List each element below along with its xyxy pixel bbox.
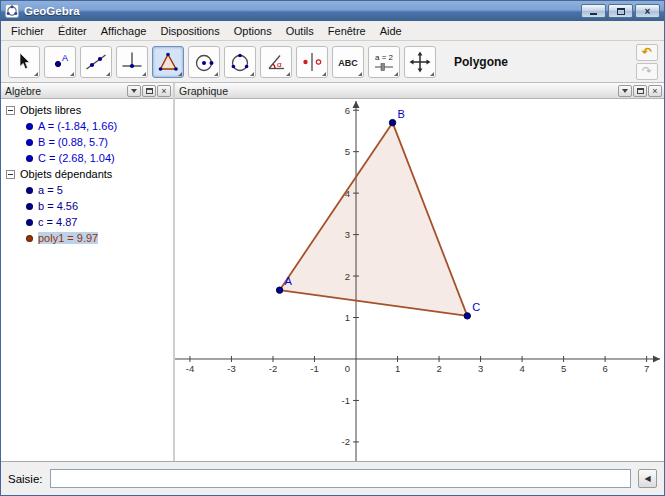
slider-tool-icon: a = 2: [371, 50, 397, 74]
collapse-toggle-icon[interactable]: [6, 106, 15, 115]
reflect-about-line-icon: [300, 50, 324, 74]
svg-text:-2: -2: [342, 436, 350, 447]
object-bullet-icon: [26, 155, 33, 162]
object-text: A = (-1.84, 1.66): [38, 120, 117, 132]
tree-item-segment-c[interactable]: c = 4.87: [1, 214, 173, 230]
tree-item-point-b[interactable]: B = (0.88, 5.7): [1, 134, 173, 150]
command-input[interactable]: [50, 469, 631, 488]
close-icon: ×: [161, 86, 166, 96]
menu-affichage[interactable]: Affichage: [94, 23, 154, 39]
chevron-down-icon: [131, 89, 137, 93]
tool-button-move[interactable]: [8, 46, 40, 78]
svg-text:5: 5: [561, 363, 566, 374]
tool-button-point[interactable]: A: [44, 46, 76, 78]
maximize-button[interactable]: [608, 4, 633, 18]
menu-dispositions[interactable]: Dispositions: [153, 23, 226, 39]
object-bullet-icon: [26, 219, 33, 226]
menu-editer[interactable]: Éditer: [51, 23, 94, 39]
object-text: B = (0.88, 5.7): [38, 136, 108, 148]
tool-button-angle[interactable]: α: [260, 46, 292, 78]
algebra-panel-title: Algèbre: [5, 85, 126, 97]
svg-text:6: 6: [345, 105, 350, 116]
text-tool-icon: ABC: [335, 50, 361, 74]
close-button[interactable]: ×: [635, 4, 660, 18]
graphics-panel-menu-button[interactable]: [618, 85, 632, 97]
graphics-view[interactable]: -4-3-2-11234567-2-11234560ABC: [175, 99, 664, 461]
tool-button-perpendicular[interactable]: [116, 46, 148, 78]
svg-text:5: 5: [345, 146, 350, 157]
object-text: a = 5: [38, 184, 63, 196]
input-help-icon: ◀: [644, 474, 650, 483]
circle-center-point-icon: [192, 50, 216, 74]
menu-fenetre[interactable]: Fenêtre: [321, 23, 373, 39]
tree-item-segment-b[interactable]: b = 4.56: [1, 198, 173, 214]
tool-button-line[interactable]: [80, 46, 112, 78]
menu-fichier[interactable]: Fichier: [4, 23, 51, 39]
main-area: Algèbre × Objets libres A = (-1.84, 1.66…: [1, 83, 664, 461]
input-bar: Saisie: ◀: [1, 461, 664, 495]
angle-tool-icon: α: [264, 50, 288, 74]
svg-text:7: 7: [644, 363, 649, 374]
svg-text:2: 2: [436, 363, 441, 374]
tree-item-segment-a[interactable]: a = 5: [1, 182, 173, 198]
svg-text:3: 3: [478, 363, 483, 374]
menu-bar: Fichier Éditer Affichage Dispositions Op…: [1, 21, 664, 41]
object-text: C = (2.68, 1.04): [38, 152, 115, 164]
active-tool-caption: Polygone: [454, 55, 508, 69]
app-icon: [5, 4, 19, 18]
tree-item-point-c[interactable]: C = (2.68, 1.04): [1, 150, 173, 166]
tool-button-move-view[interactable]: [404, 46, 436, 78]
detach-window-icon: [146, 88, 153, 94]
svg-text:-4: -4: [186, 363, 194, 374]
close-icon: ×: [652, 86, 657, 96]
svg-text:ABC: ABC: [338, 57, 358, 67]
svg-text:B: B: [398, 108, 405, 120]
graphics-panel: Graphique × -4-3-2-11234567-2-11234560AB…: [175, 83, 664, 461]
graph-canvas[interactable]: -4-3-2-11234567-2-11234560ABC: [175, 99, 662, 461]
algebra-panel-detach-button[interactable]: [142, 85, 156, 97]
minimize-icon: [590, 13, 597, 15]
geogebra-window: GeoGebra × Fichier Éditer Affichage Disp…: [0, 0, 665, 496]
object-text: b = 4.56: [38, 200, 78, 212]
graphics-panel-close-button[interactable]: ×: [648, 85, 662, 97]
object-text: poly1 = 9.97: [38, 232, 98, 244]
menu-options[interactable]: Options: [227, 23, 279, 39]
redo-icon: ↷: [642, 64, 652, 78]
undo-button[interactable]: ↶: [636, 44, 658, 61]
redo-button[interactable]: ↷: [636, 63, 658, 80]
algebra-tree: Objets libres A = (-1.84, 1.66) B = (0.8…: [1, 99, 173, 461]
tool-button-circle[interactable]: [188, 46, 220, 78]
algebra-panel-header: Algèbre ×: [1, 83, 173, 99]
title-bar: GeoGebra ×: [1, 1, 664, 21]
algebra-panel-close-button[interactable]: ×: [157, 85, 171, 97]
minimize-button[interactable]: [581, 4, 606, 18]
perpendicular-line-icon: [120, 50, 144, 74]
input-help-button[interactable]: ◀: [638, 469, 657, 488]
svg-text:-1: -1: [342, 395, 350, 406]
tool-button-reflect[interactable]: [296, 46, 328, 78]
move-view-icon: [408, 50, 432, 74]
tool-button-polygon[interactable]: [152, 46, 184, 78]
menu-outils[interactable]: Outils: [279, 23, 321, 39]
collapse-toggle-icon[interactable]: [6, 170, 15, 179]
group-label: Objets libres: [20, 104, 81, 116]
window-title: GeoGebra: [24, 5, 80, 17]
chevron-down-icon: [622, 89, 628, 93]
tool-bar: A: [1, 41, 664, 83]
object-bullet-icon: [26, 235, 33, 242]
tool-button-text[interactable]: ABC: [332, 46, 364, 78]
undo-icon: ↶: [642, 45, 652, 59]
algebra-panel-menu-button[interactable]: [127, 85, 141, 97]
graphics-panel-detach-button[interactable]: [633, 85, 647, 97]
svg-text:4: 4: [519, 363, 524, 374]
line-two-points-icon: [84, 50, 108, 74]
svg-text:A: A: [285, 275, 293, 287]
tool-button-slider[interactable]: a = 2: [368, 46, 400, 78]
svg-text:-1: -1: [310, 363, 318, 374]
tool-button-conic[interactable]: [224, 46, 256, 78]
svg-text:a = 2: a = 2: [375, 53, 394, 62]
tree-item-poly1[interactable]: poly1 = 9.97: [1, 230, 173, 246]
point-tool-icon: A: [48, 50, 72, 74]
menu-aide[interactable]: Aide: [373, 23, 409, 39]
tree-item-point-a[interactable]: A = (-1.84, 1.66): [1, 118, 173, 134]
